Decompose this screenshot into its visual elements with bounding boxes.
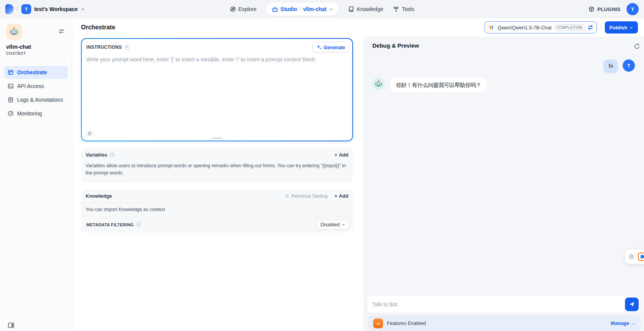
- features-bar: “ Features Enabled Manage →: [368, 315, 641, 331]
- main-toolbar: Orchestrate Qwen/Qwen1.5-7B-Chat COMPLET…: [72, 18, 644, 37]
- nav-tools-label: Tools: [402, 6, 414, 12]
- retrieval-settings-icon: [285, 193, 289, 198]
- prompt-input[interactable]: [86, 56, 348, 125]
- nav-tools[interactable]: Tools: [393, 6, 414, 12]
- account-avatar[interactable]: T: [627, 3, 639, 15]
- workspace-breadcrumb: / T test's Workspace: [5, 4, 85, 14]
- knowledge-description: You can import Knowledge as context: [81, 203, 353, 217]
- bot-avatar: [372, 78, 385, 90]
- help-icon[interactable]: ?: [110, 152, 114, 157]
- chevron-down-icon: [342, 223, 345, 227]
- sidebar-item-label: Orchestrate: [17, 69, 47, 75]
- gauge-icon: [8, 110, 14, 117]
- sidebar-divider: [6, 61, 66, 61]
- package-icon: [588, 6, 595, 12]
- chevron-down-icon[interactable]: [81, 7, 85, 11]
- model-params-icon[interactable]: [587, 24, 593, 30]
- knowledge-header: Knowledge Retrieval Setting + Add: [81, 189, 353, 203]
- model-name: Qwen/Qwen1.5-7B-Chat: [498, 25, 552, 30]
- nav-studio-pill[interactable]: Studio / vllm-chat: [266, 3, 338, 16]
- sidebar-item-label: API Access: [17, 83, 44, 89]
- chat-message-assistant: 你好！有什么问题我可以帮助你吗？: [372, 78, 635, 93]
- features-icon: “: [373, 318, 383, 328]
- helper-widget[interactable]: [625, 249, 644, 264]
- page-title: Orchestrate: [81, 24, 115, 31]
- dify-mini-logo: [638, 253, 644, 261]
- app-settings-icon[interactable]: [58, 28, 64, 34]
- arrow-right-icon: →: [631, 320, 636, 326]
- workspace-avatar[interactable]: T: [21, 4, 31, 14]
- app-avatar[interactable]: [6, 24, 22, 40]
- metadata-filtering-toggle[interactable]: Disabled: [316, 220, 349, 230]
- collapse-sidebar-icon[interactable]: [8, 322, 14, 329]
- manage-label: Manage: [611, 320, 629, 326]
- orchestrate-config: INSTRUCTIONS ? Generate: [72, 37, 363, 331]
- help-icon[interactable]: ?: [136, 222, 141, 227]
- drag-dot-icon: [629, 254, 634, 259]
- sidebar-item-logs-annotations[interactable]: Logs & Annotations: [4, 93, 68, 106]
- explore-icon: [230, 6, 236, 12]
- variables-title: Variables: [86, 152, 107, 158]
- nav-knowledge[interactable]: Knowledge: [348, 6, 383, 12]
- instructions-body: [82, 54, 352, 125]
- robot-emoji-icon: [375, 80, 382, 88]
- app-sidebar: vllm-chat CHATBOT Orchestrate API Access…: [0, 18, 72, 331]
- sidebar-item-monitoring[interactable]: Monitoring: [4, 107, 68, 120]
- retrieval-setting-button[interactable]: Retrieval Setting: [285, 193, 328, 199]
- send-button[interactable]: [625, 297, 639, 311]
- main-area: Orchestrate Qwen/Qwen1.5-7B-Chat COMPLET…: [72, 18, 644, 331]
- nav-explore[interactable]: Explore: [230, 6, 256, 12]
- manage-features-link[interactable]: Manage →: [611, 320, 636, 326]
- model-selector[interactable]: Qwen/Qwen1.5-7B-Chat COMPLETION: [485, 21, 597, 34]
- debug-title: Debug & Preview: [372, 42, 419, 49]
- dify-logo[interactable]: [5, 4, 14, 14]
- features-label: Features Enabled: [387, 320, 426, 326]
- plus-icon: +: [334, 152, 337, 158]
- toolbar-right: Qwen/Qwen1.5-7B-Chat COMPLETION Publish: [485, 21, 638, 34]
- add-variable-button[interactable]: + Add: [334, 152, 348, 158]
- user-message-bubble: hi: [603, 59, 618, 73]
- chevron-down-icon: [629, 26, 633, 30]
- chat-input[interactable]: [367, 296, 641, 313]
- app-name: vllm-chat: [6, 43, 67, 50]
- metadata-filtering-value: Disabled: [320, 222, 340, 227]
- hammer-icon: [393, 6, 399, 12]
- dify-app: / T test's Workspace Explore Studio / vl…: [0, 0, 644, 331]
- user-avatar: T: [623, 59, 635, 72]
- resize-handle[interactable]: [212, 138, 223, 139]
- app-type-badge: CHATBOT: [6, 51, 67, 56]
- knowledge-title: Knowledge: [86, 193, 112, 199]
- plugins-button[interactable]: PLUGINS: [588, 6, 620, 12]
- vllm-logo: [487, 24, 495, 31]
- knowledge-panel: Knowledge Retrieval Setting + Add Y: [81, 189, 353, 233]
- chevron-down-icon[interactable]: [329, 7, 333, 11]
- publish-button[interactable]: Publish: [605, 21, 638, 34]
- generate-button[interactable]: Generate: [312, 42, 349, 53]
- nav-knowledge-label: Knowledge: [357, 6, 383, 12]
- restart-conversation-button[interactable]: [633, 42, 641, 52]
- sidebar-item-api-access[interactable]: API Access: [4, 80, 68, 93]
- top-bar-right: PLUGINS T: [588, 3, 639, 15]
- nav-slash: /: [299, 6, 301, 12]
- terminal-icon: [8, 83, 14, 89]
- publish-label: Publish: [609, 25, 627, 30]
- instructions-header: INSTRUCTIONS ? Generate: [82, 39, 352, 54]
- nav-studio-label: Studio: [280, 6, 297, 12]
- add-knowledge-label: Add: [339, 193, 348, 199]
- help-icon[interactable]: ?: [124, 45, 129, 50]
- add-knowledge-button[interactable]: + Add: [334, 193, 348, 199]
- instructions-title: INSTRUCTIONS: [86, 45, 122, 50]
- book-icon: [348, 6, 354, 12]
- nav-current-app: vllm-chat: [303, 6, 326, 12]
- workspace-name[interactable]: test's Workspace: [34, 6, 78, 12]
- instructions-panel: INSTRUCTIONS ? Generate: [81, 38, 353, 141]
- robot-icon: [272, 6, 278, 13]
- plugins-label: PLUGINS: [597, 6, 620, 12]
- sidebar-item-orchestrate[interactable]: Orchestrate: [4, 66, 68, 79]
- bot-message-bubble: 你好！有什么问题我可以帮助你吗？: [390, 78, 487, 93]
- nav-explore-label: Explore: [239, 6, 256, 12]
- restart-icon: [634, 43, 640, 50]
- variables-description: Variables allow users to introduce promp…: [81, 162, 353, 182]
- top-bar: / T test's Workspace Explore Studio / vl…: [0, 0, 644, 18]
- variables-header: Variables ? + Add: [81, 148, 353, 162]
